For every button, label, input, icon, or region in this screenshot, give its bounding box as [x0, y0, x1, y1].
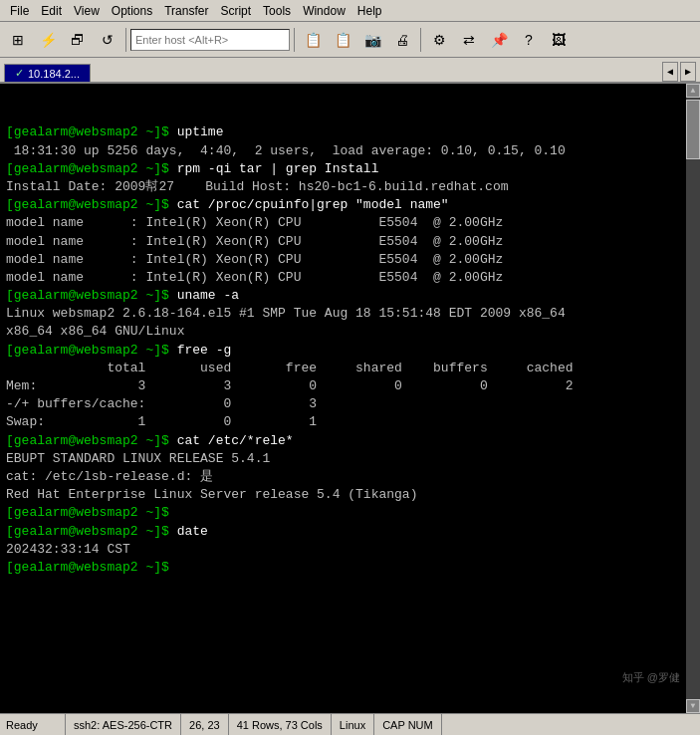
status-os: Linux — [332, 714, 374, 735]
menu-script[interactable]: Script — [214, 3, 257, 19]
toolbar-settings[interactable]: ⚙ — [425, 26, 453, 54]
status-ready: Ready — [6, 714, 66, 735]
status-caps: CAP NUM — [374, 714, 442, 735]
toolbar-copy[interactable]: 📋 — [299, 26, 327, 54]
toolbar-paste[interactable]: 📋 — [329, 26, 356, 54]
scrollbar-up[interactable]: ▲ — [686, 84, 700, 98]
host-input[interactable] — [130, 29, 290, 51]
watermark: 知乎 @罗健 — [622, 670, 680, 685]
toolbar: ⊞ ⚡ 🗗 ↺ 📋 📋 📷 🖨 ⚙ ⇄ 📌 ? 🖼 — [0, 22, 700, 58]
menu-options[interactable]: Options — [106, 3, 158, 19]
tab-nav: ◀ ▶ — [662, 62, 696, 82]
menu-window[interactable]: Window — [297, 3, 351, 19]
scrollbar[interactable]: ▲ ▼ — [686, 84, 700, 713]
toolbar-image[interactable]: 🖼 — [545, 26, 573, 54]
terminal[interactable]: [gealarm@websmap2 ~]$ uptime 18:31:30 up… — [0, 84, 700, 713]
status-position: 26, 23 — [181, 714, 229, 735]
toolbar-reconnect[interactable]: ↺ — [94, 26, 121, 54]
toolbar-new-session[interactable]: ⊞ — [4, 26, 32, 54]
menu-view[interactable]: View — [68, 3, 106, 19]
tab-indicator: ✓ — [15, 67, 24, 80]
toolbar-lightning[interactable]: ⚡ — [34, 26, 62, 54]
toolbar-pin[interactable]: 📌 — [485, 26, 513, 54]
tabbar: ✓ 10.184.2... ◀ ▶ — [0, 58, 700, 84]
tab-session[interactable]: ✓ 10.184.2... — [4, 64, 91, 82]
scrollbar-thumb[interactable] — [686, 100, 700, 159]
tab-label: 10.184.2... — [28, 68, 80, 80]
toolbar-sep1 — [125, 28, 126, 52]
status-size: 41 Rows, 73 Cols — [229, 714, 332, 735]
status-ssh: ssh2: AES-256-CTR — [66, 714, 181, 735]
toolbar-transfer[interactable]: ⇄ — [455, 26, 483, 54]
toolbar-snapshot[interactable]: 📷 — [358, 26, 386, 54]
toolbar-sep3 — [420, 28, 421, 52]
tab-nav-left[interactable]: ◀ — [662, 62, 678, 82]
tab-nav-right[interactable]: ▶ — [680, 62, 696, 82]
menu-tools[interactable]: Tools — [257, 3, 297, 19]
menu-transfer[interactable]: Transfer — [158, 3, 214, 19]
scrollbar-down[interactable]: ▼ — [686, 699, 700, 713]
toolbar-print[interactable]: 🖨 — [388, 26, 416, 54]
toolbar-sep2 — [294, 28, 295, 52]
menu-help[interactable]: Help — [351, 3, 388, 19]
terminal-output: [gealarm@websmap2 ~]$ uptime 18:31:30 up… — [6, 123, 694, 577]
menubar: File Edit View Options Transfer Script T… — [0, 0, 700, 22]
menu-file[interactable]: File — [4, 3, 35, 19]
toolbar-help[interactable]: ? — [515, 26, 543, 54]
toolbar-duplicate[interactable]: 🗗 — [64, 26, 92, 54]
menu-edit[interactable]: Edit — [35, 3, 68, 19]
statusbar: Ready ssh2: AES-256-CTR 26, 23 41 Rows, … — [0, 713, 700, 735]
